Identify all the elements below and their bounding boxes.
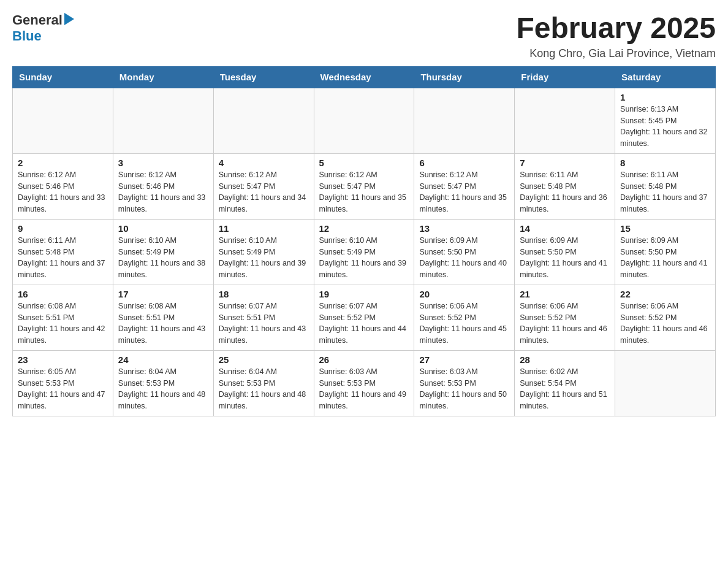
day-info: Sunrise: 6:06 AMSunset: 5:52 PMDaylight:… — [419, 301, 509, 347]
day-info: Sunrise: 6:13 AMSunset: 5:45 PMDaylight:… — [620, 104, 710, 150]
day-number: 26 — [319, 354, 409, 365]
calendar-cell: 6Sunrise: 6:12 AMSunset: 5:47 PMDaylight… — [414, 153, 515, 219]
calendar-week-row: 16Sunrise: 6:08 AMSunset: 5:51 PMDayligh… — [13, 285, 716, 350]
calendar-cell: 23Sunrise: 6:05 AMSunset: 5:53 PMDayligh… — [13, 350, 113, 416]
calendar-cell — [213, 88, 314, 154]
calendar-cell: 28Sunrise: 6:02 AMSunset: 5:54 PMDayligh… — [515, 350, 615, 416]
day-number: 16 — [18, 289, 108, 299]
calendar-cell: 5Sunrise: 6:12 AMSunset: 5:47 PMDaylight… — [314, 153, 414, 219]
day-number: 14 — [520, 223, 610, 234]
title-section: February 2025 Kong Chro, Gia Lai Provinc… — [516, 12, 716, 60]
day-info: Sunrise: 6:07 AMSunset: 5:52 PMDaylight:… — [319, 301, 409, 347]
day-info: Sunrise: 6:04 AMSunset: 5:53 PMDaylight:… — [118, 366, 208, 412]
logo: General Blue — [12, 12, 74, 44]
day-number: 11 — [219, 223, 309, 234]
logo-text-blue: Blue — [12, 28, 42, 44]
day-number: 19 — [319, 289, 409, 299]
calendar-cell — [314, 88, 414, 154]
day-number: 20 — [419, 289, 509, 299]
month-title: February 2025 — [516, 12, 716, 45]
day-of-week-header: Friday — [515, 66, 615, 88]
day-number: 10 — [118, 223, 208, 234]
day-info: Sunrise: 6:03 AMSunset: 5:53 PMDaylight:… — [419, 366, 509, 412]
day-number: 24 — [118, 354, 208, 365]
calendar-cell: 8Sunrise: 6:11 AMSunset: 5:48 PMDaylight… — [615, 153, 716, 219]
calendar-cell: 22Sunrise: 6:06 AMSunset: 5:52 PMDayligh… — [615, 285, 716, 350]
day-number: 1 — [620, 92, 710, 102]
calendar-week-row: 9Sunrise: 6:11 AMSunset: 5:48 PMDaylight… — [13, 219, 716, 285]
day-info: Sunrise: 6:12 AMSunset: 5:46 PMDaylight:… — [118, 169, 208, 215]
day-info: Sunrise: 6:09 AMSunset: 5:50 PMDaylight:… — [620, 235, 710, 281]
day-number: 27 — [419, 354, 509, 365]
calendar-cell: 7Sunrise: 6:11 AMSunset: 5:48 PMDaylight… — [515, 153, 615, 219]
calendar-cell — [414, 88, 515, 154]
logo-text-general: General — [12, 12, 63, 28]
calendar-table: SundayMondayTuesdayWednesdayThursdayFrid… — [12, 66, 716, 416]
calendar-week-row: 23Sunrise: 6:05 AMSunset: 5:53 PMDayligh… — [13, 350, 716, 416]
day-info: Sunrise: 6:11 AMSunset: 5:48 PMDaylight:… — [520, 169, 610, 215]
calendar-week-row: 2Sunrise: 6:12 AMSunset: 5:46 PMDaylight… — [13, 153, 716, 219]
day-info: Sunrise: 6:09 AMSunset: 5:50 PMDaylight:… — [419, 235, 509, 281]
calendar-cell: 4Sunrise: 6:12 AMSunset: 5:47 PMDaylight… — [213, 153, 314, 219]
calendar-cell — [13, 88, 113, 154]
day-number: 13 — [419, 223, 509, 234]
calendar-cell: 25Sunrise: 6:04 AMSunset: 5:53 PMDayligh… — [213, 350, 314, 416]
day-number: 8 — [620, 158, 710, 168]
day-of-week-header: Monday — [113, 66, 213, 88]
calendar-cell: 2Sunrise: 6:12 AMSunset: 5:46 PMDaylight… — [13, 153, 113, 219]
day-info: Sunrise: 6:10 AMSunset: 5:49 PMDaylight:… — [319, 235, 409, 281]
calendar-cell: 12Sunrise: 6:10 AMSunset: 5:49 PMDayligh… — [314, 219, 414, 285]
calendar-cell: 10Sunrise: 6:10 AMSunset: 5:49 PMDayligh… — [113, 219, 213, 285]
day-number: 21 — [520, 289, 610, 299]
calendar-cell: 14Sunrise: 6:09 AMSunset: 5:50 PMDayligh… — [515, 219, 615, 285]
day-info: Sunrise: 6:07 AMSunset: 5:51 PMDaylight:… — [219, 301, 309, 347]
calendar-cell: 20Sunrise: 6:06 AMSunset: 5:52 PMDayligh… — [414, 285, 515, 350]
page-header: General Blue February 2025 Kong Chro, Gi… — [12, 12, 716, 60]
calendar-cell: 27Sunrise: 6:03 AMSunset: 5:53 PMDayligh… — [414, 350, 515, 416]
calendar-cell: 24Sunrise: 6:04 AMSunset: 5:53 PMDayligh… — [113, 350, 213, 416]
calendar-cell: 13Sunrise: 6:09 AMSunset: 5:50 PMDayligh… — [414, 219, 515, 285]
day-info: Sunrise: 6:09 AMSunset: 5:50 PMDaylight:… — [520, 235, 610, 281]
day-info: Sunrise: 6:03 AMSunset: 5:53 PMDaylight:… — [319, 366, 409, 412]
calendar-cell: 19Sunrise: 6:07 AMSunset: 5:52 PMDayligh… — [314, 285, 414, 350]
day-number: 6 — [419, 158, 509, 168]
day-info: Sunrise: 6:12 AMSunset: 5:46 PMDaylight:… — [18, 169, 108, 215]
day-of-week-header: Saturday — [615, 66, 716, 88]
day-number: 18 — [219, 289, 309, 299]
calendar-cell: 15Sunrise: 6:09 AMSunset: 5:50 PMDayligh… — [615, 219, 716, 285]
calendar-cell: 17Sunrise: 6:08 AMSunset: 5:51 PMDayligh… — [113, 285, 213, 350]
day-info: Sunrise: 6:06 AMSunset: 5:52 PMDaylight:… — [620, 301, 710, 347]
day-of-week-header: Tuesday — [213, 66, 314, 88]
calendar-cell: 16Sunrise: 6:08 AMSunset: 5:51 PMDayligh… — [13, 285, 113, 350]
day-number: 5 — [319, 158, 409, 168]
day-number: 12 — [319, 223, 409, 234]
day-of-week-header: Thursday — [414, 66, 515, 88]
day-number: 17 — [118, 289, 208, 299]
day-info: Sunrise: 6:12 AMSunset: 5:47 PMDaylight:… — [219, 169, 309, 215]
calendar-cell: 3Sunrise: 6:12 AMSunset: 5:46 PMDaylight… — [113, 153, 213, 219]
day-info: Sunrise: 6:12 AMSunset: 5:47 PMDaylight:… — [419, 169, 509, 215]
day-number: 28 — [520, 354, 610, 365]
day-number: 23 — [18, 354, 108, 365]
calendar-cell: 9Sunrise: 6:11 AMSunset: 5:48 PMDaylight… — [13, 219, 113, 285]
calendar-header-row: SundayMondayTuesdayWednesdayThursdayFrid… — [13, 66, 716, 88]
day-of-week-header: Wednesday — [314, 66, 414, 88]
calendar-cell — [615, 350, 716, 416]
day-info: Sunrise: 6:04 AMSunset: 5:53 PMDaylight:… — [219, 366, 309, 412]
day-info: Sunrise: 6:08 AMSunset: 5:51 PMDaylight:… — [18, 301, 108, 347]
day-info: Sunrise: 6:11 AMSunset: 5:48 PMDaylight:… — [18, 235, 108, 281]
day-info: Sunrise: 6:02 AMSunset: 5:54 PMDaylight:… — [520, 366, 610, 412]
logo-arrow-icon — [64, 13, 74, 25]
calendar-cell — [113, 88, 213, 154]
day-of-week-header: Sunday — [13, 66, 113, 88]
calendar-week-row: 1Sunrise: 6:13 AMSunset: 5:45 PMDaylight… — [13, 88, 716, 154]
day-number: 15 — [620, 223, 710, 234]
calendar-cell: 18Sunrise: 6:07 AMSunset: 5:51 PMDayligh… — [213, 285, 314, 350]
day-info: Sunrise: 6:08 AMSunset: 5:51 PMDaylight:… — [118, 301, 208, 347]
day-number: 4 — [219, 158, 309, 168]
day-info: Sunrise: 6:11 AMSunset: 5:48 PMDaylight:… — [620, 169, 710, 215]
calendar-cell: 21Sunrise: 6:06 AMSunset: 5:52 PMDayligh… — [515, 285, 615, 350]
calendar-cell: 11Sunrise: 6:10 AMSunset: 5:49 PMDayligh… — [213, 219, 314, 285]
day-number: 25 — [219, 354, 309, 365]
day-info: Sunrise: 6:06 AMSunset: 5:52 PMDaylight:… — [520, 301, 610, 347]
